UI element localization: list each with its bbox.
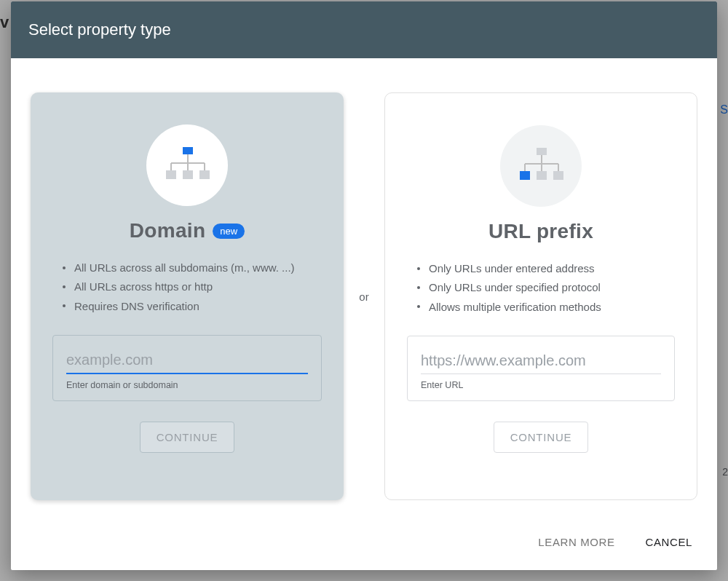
list-item: Requires DNS verification — [63, 297, 322, 316]
svg-rect-0 — [183, 147, 193, 154]
domain-card-title-row: Domain new — [130, 219, 245, 242]
sitemap-domain-icon — [146, 125, 228, 206]
or-separator: or — [344, 290, 384, 303]
list-item: Only URLs under specified protocol — [417, 278, 675, 297]
learn-more-button[interactable]: LEARN MORE — [534, 530, 619, 554]
svg-rect-17 — [553, 171, 563, 180]
domain-card-title: Domain — [130, 219, 205, 242]
domain-input-helper: Enter domain or subdomain — [66, 380, 308, 390]
url-card-title: URL prefix — [488, 220, 593, 243]
select-property-type-dialog: Select property type Domain new — [11, 1, 717, 570]
domain-card[interactable]: Domain new All URLs across all subdomain… — [31, 92, 344, 500]
dialog-title: Select property type — [11, 1, 717, 58]
url-input-container: Enter URL — [407, 336, 675, 401]
url-card-title-row: URL prefix — [488, 220, 593, 243]
cancel-button[interactable]: CANCEL — [641, 530, 697, 554]
dialog-footer: LEARN MORE CANCEL — [11, 520, 717, 570]
domain-continue-button[interactable]: CONTINUE — [140, 422, 235, 453]
domain-bullets: All URLs across all subdomains (m., www.… — [52, 258, 322, 316]
url-continue-button[interactable]: CONTINUE — [494, 422, 589, 453]
domain-input-container: Enter domain or subdomain — [52, 335, 322, 401]
svg-rect-16 — [537, 171, 547, 180]
list-item: All URLs across all subdomains (m., www.… — [63, 258, 322, 277]
url-input[interactable] — [421, 351, 661, 374]
url-bullets: Only URLs under entered address Only URL… — [407, 259, 675, 317]
sitemap-url-icon — [500, 125, 582, 207]
svg-rect-8 — [199, 170, 210, 179]
list-item: Only URLs under entered address — [417, 259, 675, 278]
domain-input[interactable] — [66, 350, 308, 374]
svg-rect-7 — [183, 170, 193, 179]
new-badge: new — [213, 224, 245, 239]
svg-rect-9 — [537, 148, 547, 155]
list-item: Allows multiple verification methods — [417, 298, 675, 317]
url-input-helper: Enter URL — [421, 380, 661, 390]
svg-rect-15 — [520, 171, 530, 180]
list-item: All URLs across https or http — [63, 277, 322, 296]
url-prefix-card[interactable]: URL prefix Only URLs under entered addre… — [384, 92, 697, 500]
dialog-body: Domain new All URLs across all subdomain… — [11, 58, 717, 520]
svg-rect-6 — [166, 170, 176, 179]
